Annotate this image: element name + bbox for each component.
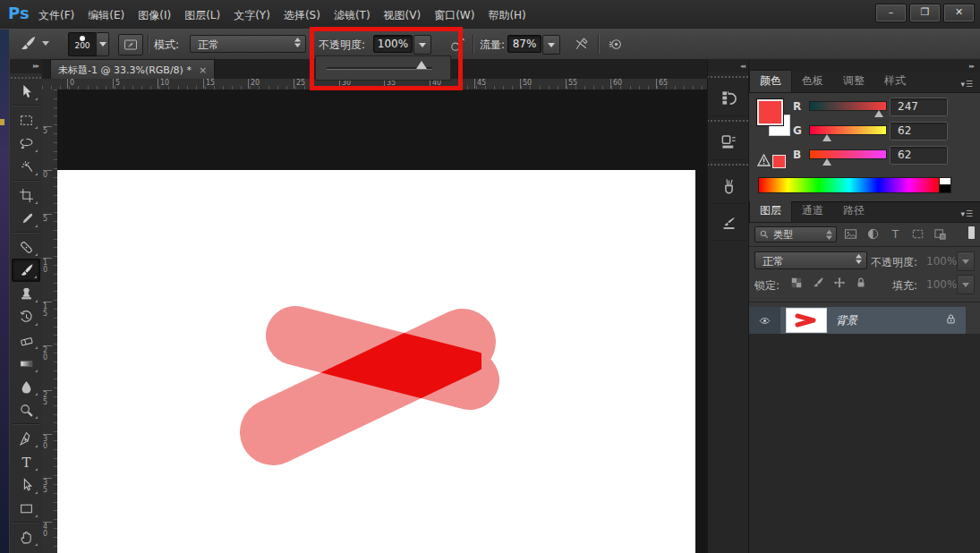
- color-spectrum-bar[interactable]: [758, 177, 941, 193]
- tab-swatches[interactable]: 色板: [792, 71, 833, 92]
- lasso-tool[interactable]: [12, 132, 40, 155]
- filter-shape-layers-icon[interactable]: [911, 227, 925, 241]
- brushes-panel-button[interactable]: [711, 167, 746, 204]
- menu-item-6[interactable]: 滤镜(T): [334, 8, 371, 23]
- tab-layers[interactable]: 图层: [749, 200, 792, 222]
- lock-pixels-icon[interactable]: [812, 276, 824, 289]
- type-tool[interactable]: T: [12, 450, 40, 473]
- close-button[interactable]: ✕: [943, 4, 975, 22]
- restore-button[interactable]: ❐: [909, 4, 941, 22]
- minimize-button[interactable]: –: [875, 4, 907, 22]
- channel-g-value[interactable]: 62: [890, 122, 948, 140]
- panel-menu-icon[interactable]: ▾☰: [960, 209, 980, 222]
- document-tab[interactable]: 未标题-1 @ 33.3%(RGB/8) * ×: [50, 59, 215, 80]
- panel-scrollbar[interactable]: [968, 226, 975, 239]
- channel-b-thumb[interactable]: [822, 158, 831, 166]
- menu-item-8[interactable]: 窗口(W): [434, 8, 474, 23]
- brush-tool-icon[interactable]: [16, 33, 39, 55]
- crop-tool[interactable]: [12, 183, 40, 207]
- layers-opacity-dropdown-icon[interactable]: [957, 251, 975, 271]
- canvas[interactable]: [57, 170, 695, 553]
- menu-item-5[interactable]: 选择(S): [284, 8, 320, 23]
- move-tool[interactable]: [12, 80, 40, 103]
- rectangle-tool[interactable]: [12, 497, 40, 520]
- menu-item-0[interactable]: 文件(F): [38, 8, 74, 23]
- tool-preset-arrow-icon[interactable]: [42, 41, 49, 46]
- size-pressure-button[interactable]: [571, 35, 591, 53]
- tab-color[interactable]: 颜色: [749, 70, 792, 92]
- menu-item-7[interactable]: 视图(V): [384, 8, 422, 23]
- brush-picker-dropdown-icon[interactable]: [96, 32, 109, 56]
- eyedropper-tool[interactable]: [12, 207, 40, 230]
- tab-channels[interactable]: 通道: [792, 200, 833, 222]
- dock-grip[interactable]: [708, 160, 749, 167]
- magic-wand-tool[interactable]: [12, 155, 40, 178]
- channel-g-thumb[interactable]: [822, 134, 831, 141]
- lock-position-icon[interactable]: [833, 276, 846, 289]
- toolbar-grip[interactable]: [10, 73, 42, 80]
- opacity-dropdown-icon[interactable]: [413, 35, 431, 55]
- channel-r-thumb[interactable]: [874, 110, 883, 117]
- flow-dropdown-icon[interactable]: [542, 35, 560, 55]
- pen-tool[interactable]: [12, 427, 40, 450]
- menu-item-1[interactable]: 编辑(E): [88, 8, 124, 23]
- hand-tool[interactable]: [12, 525, 40, 549]
- layer-visibility-toggle[interactable]: [749, 307, 780, 334]
- filter-pixel-layers-icon[interactable]: [844, 227, 857, 241]
- opacity-slider-thumb[interactable]: [416, 61, 427, 69]
- layer-filter-select[interactable]: 类型: [754, 226, 837, 242]
- menu-item-4[interactable]: 文字(Y): [234, 8, 270, 23]
- filter-type-layers-icon[interactable]: T: [889, 227, 902, 241]
- channel-b-slider[interactable]: [809, 149, 887, 159]
- opacity-pressure-button[interactable]: [447, 35, 467, 53]
- history-brush-tool[interactable]: [12, 305, 40, 328]
- dock-grip[interactable]: [708, 116, 749, 123]
- rectangular-marquee-tool[interactable]: [12, 108, 40, 132]
- layer-row-background[interactable]: 背景: [749, 307, 966, 334]
- blend-mode-select[interactable]: 正常: [190, 35, 306, 53]
- eraser-tool[interactable]: [12, 328, 40, 352]
- history-panel-button[interactable]: [711, 80, 746, 116]
- gradient-tool[interactable]: [12, 352, 40, 375]
- toolbar-collapse-icon[interactable]: ▸▸: [10, 59, 42, 73]
- menu-item-9[interactable]: 帮助(H): [488, 8, 525, 23]
- toggle-brush-panel-button[interactable]: [118, 34, 143, 55]
- tab-paths[interactable]: 路径: [833, 200, 874, 222]
- foreground-color-swatch[interactable]: [757, 99, 783, 125]
- vertical-ruler[interactable]: 50510152025303540: [42, 89, 58, 553]
- channel-b-value[interactable]: 62: [890, 146, 948, 165]
- channel-r-value[interactable]: 247: [890, 98, 948, 116]
- brush-preset-picker[interactable]: 200: [68, 32, 97, 56]
- clone-stamp-tool[interactable]: [12, 282, 40, 305]
- brush-presets-panel-button[interactable]: [711, 204, 746, 241]
- healing-brush-tool[interactable]: [12, 235, 40, 259]
- gamut-swatch[interactable]: [772, 155, 786, 168]
- menu-item-3[interactable]: 图层(L): [184, 8, 220, 23]
- layer-thumbnail[interactable]: [786, 308, 827, 333]
- layers-opacity-value[interactable]: 100%: [926, 255, 957, 268]
- dock-grip[interactable]: [708, 72, 749, 80]
- path-selection-tool[interactable]: [12, 473, 40, 497]
- layers-blend-mode-select[interactable]: 正常: [754, 251, 867, 269]
- lock-transparency-icon[interactable]: [790, 276, 803, 289]
- fill-dropdown-icon[interactable]: [957, 275, 975, 294]
- flow-value-field[interactable]: 87%: [507, 35, 541, 53]
- menu-item-2[interactable]: 图像(I): [138, 8, 171, 23]
- document-view[interactable]: [57, 89, 707, 553]
- properties-panel-button[interactable]: [711, 123, 746, 160]
- dodge-tool[interactable]: [12, 398, 40, 421]
- opacity-value-field[interactable]: 100%: [373, 35, 413, 53]
- layer-name[interactable]: 背景: [836, 313, 857, 328]
- gamut-warning-icon[interactable]: [757, 153, 771, 170]
- fill-value[interactable]: 100%: [926, 278, 957, 291]
- lock-all-icon[interactable]: [855, 276, 867, 289]
- tab-close-icon[interactable]: ×: [199, 64, 207, 76]
- blur-tool[interactable]: [12, 375, 40, 398]
- tab-styles[interactable]: 样式: [874, 71, 916, 92]
- brush-tool[interactable]: [12, 259, 40, 282]
- dock-expand-icon[interactable]: ◂◂: [708, 59, 749, 72]
- airbrush-button[interactable]: [605, 35, 625, 53]
- filter-adjustment-layers-icon[interactable]: [866, 227, 880, 241]
- tab-adjustments[interactable]: 调整: [833, 71, 874, 92]
- panel-menu-icon[interactable]: ▾☰: [960, 80, 980, 92]
